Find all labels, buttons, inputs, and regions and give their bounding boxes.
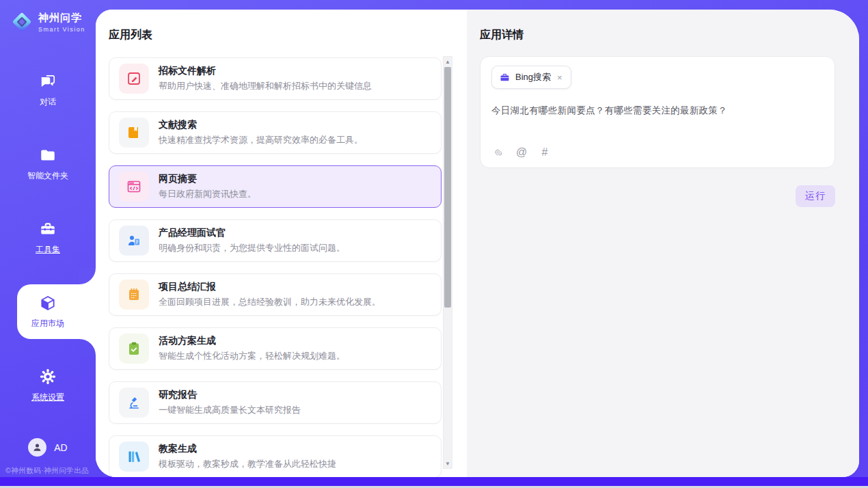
user-account[interactable]: AD	[0, 438, 96, 457]
app-description: 明确身份和职责，为您提供专业性的面试问题。	[159, 242, 345, 254]
app-list-panel: 应用列表 招标文件解析 帮助用户快速、准确地理解和解析招标书中的关键信息	[96, 10, 467, 477]
list-item[interactable]: 文献搜索 快速精准查找学术资源，提高研究效率的必备工具。	[109, 111, 442, 154]
sidebar-nav: 对话 智能文件夹 工具集	[0, 53, 96, 422]
copyright-footer: ©神州数码·神州问学出品	[5, 466, 89, 476]
sidebar-item-label: 智能文件夹	[27, 170, 68, 182]
sidebar-item-label: 应用市场	[31, 318, 64, 329]
avatar	[28, 438, 46, 457]
app-description: 模板驱动，教案秒成，教学准备从此轻松快捷	[159, 458, 336, 470]
list-item[interactable]: 研究报告 一键智能生成高质量长文本研究报告	[109, 381, 442, 424]
toolbox-icon	[39, 220, 57, 238]
books-icon	[119, 442, 149, 472]
sidebar: 神州问学 Smart Vision 对话 智能文件夹	[0, 0, 96, 477]
app-title: 项目总结汇报	[159, 281, 381, 293]
book-icon	[119, 118, 149, 148]
scrollbar-thumb[interactable]	[444, 67, 451, 308]
main-content: 应用列表 招标文件解析 帮助用户快速、准确地理解和解析招标书中的关键信息	[96, 10, 859, 477]
query-text[interactable]: 今日湖北有哪些新闻要点？有哪些需要关注的最新政策？	[491, 105, 824, 117]
scroll-up-icon[interactable]: ▲	[444, 57, 452, 66]
notch-curve-top	[79, 268, 96, 284]
clipboard-icon	[119, 334, 149, 364]
scroll-down-icon[interactable]: ▼	[444, 459, 452, 468]
sidebar-item-label: 对话	[40, 96, 56, 108]
brand-diamond-icon	[11, 11, 33, 33]
list-item[interactable]: 招标文件解析 帮助用户快速、准确地理解和解析招标书中的关键信息	[109, 57, 442, 100]
mention-icon[interactable]: @	[515, 146, 528, 159]
app-detail-title: 应用详情	[480, 28, 524, 42]
folder-icon	[39, 146, 57, 164]
app-title: 活动方案生成	[159, 335, 345, 347]
sidebar-item-settings[interactable]: 系统设置	[0, 349, 96, 422]
app-description: 一键智能生成高质量长文本研究报告	[159, 404, 301, 416]
tool-chip-bing-search[interactable]: Bing搜索 ×	[491, 66, 571, 89]
run-row: 运行	[796, 185, 835, 207]
app-description: 帮助用户快速、准确地理解和解析招标书中的关键信息	[159, 80, 372, 92]
notch-curve-bottom	[79, 339, 96, 355]
bottom-accent-strip	[0, 477, 868, 486]
browser-icon	[119, 172, 149, 202]
microscope-icon	[119, 388, 149, 418]
sidebar-item-app-market[interactable]: 应用市场	[0, 275, 96, 349]
app-list-title: 应用列表	[109, 28, 152, 42]
app-detail-panel: 应用详情 Bing搜索 × 今日湖北有哪些新闻要点？有哪些需要关注的最新政策？	[467, 10, 859, 477]
app-title: 产品经理面试官	[159, 227, 345, 239]
cube-icon	[39, 294, 57, 312]
app-title: 网页摘要	[159, 173, 256, 185]
chat-icon	[39, 72, 57, 90]
app-description: 快速精准查找学术资源，提高研究效率的必备工具。	[159, 134, 363, 146]
brand-name: 神州问学	[38, 12, 85, 25]
app-title: 招标文件解析	[159, 65, 372, 77]
brand-subtitle: Smart Vision	[38, 26, 85, 33]
run-button[interactable]: 运行	[796, 185, 835, 207]
app-description: 全面回顾项目进展，总结经验教训，助力未来优化发展。	[159, 296, 381, 308]
app-list: 招标文件解析 帮助用户快速、准确地理解和解析招标书中的关键信息 文献搜索 快速精…	[109, 56, 442, 477]
list-item-selected[interactable]: 网页摘要 每日政府新闻资讯快查。	[109, 165, 442, 208]
note-icon	[119, 280, 149, 310]
interviewer-icon	[119, 226, 149, 256]
hash-icon[interactable]: #	[539, 146, 551, 159]
app-description: 智能生成个性化活动方案，轻松解决规划难题。	[159, 350, 345, 362]
app-description: 每日政府新闻资讯快查。	[159, 188, 256, 200]
sidebar-item-smart-folder[interactable]: 智能文件夹	[0, 127, 96, 201]
sidebar-item-label: 工具集	[36, 244, 60, 256]
app-title: 教案生成	[159, 443, 336, 455]
edit-icon	[119, 64, 149, 94]
sidebar-item-label: 系统设置	[31, 392, 64, 403]
input-toolbar: @ #	[492, 146, 551, 159]
briefcase-icon	[500, 72, 510, 83]
gear-icon	[39, 368, 57, 385]
list-item[interactable]: 项目总结汇报 全面回顾项目进展，总结经验教训，助力未来优化发展。	[109, 273, 442, 316]
tool-chip-label: Bing搜索	[515, 71, 551, 83]
close-icon[interactable]: ×	[556, 73, 563, 82]
app-title: 文献搜索	[159, 119, 363, 131]
list-scrollbar[interactable]: ▲ ▼	[443, 56, 452, 469]
query-input-card[interactable]: Bing搜索 × 今日湖北有哪些新闻要点？有哪些需要关注的最新政策？ @ #	[480, 56, 835, 168]
paperclip-icon[interactable]	[492, 146, 504, 159]
sidebar-item-chat[interactable]: 对话	[0, 53, 96, 127]
list-item[interactable]: 教案生成 模板驱动，教案秒成，教学准备从此轻松快捷	[109, 435, 442, 477]
brand-logo: 神州问学 Smart Vision	[0, 0, 96, 33]
user-name: AD	[54, 442, 67, 453]
app-title: 研究报告	[159, 389, 301, 401]
sidebar-item-toolset[interactable]: 工具集	[0, 201, 96, 275]
list-item[interactable]: 活动方案生成 智能生成个性化活动方案，轻松解决规划难题。	[109, 327, 442, 370]
list-item[interactable]: 产品经理面试官 明确身份和职责，为您提供专业性的面试问题。	[109, 219, 442, 262]
